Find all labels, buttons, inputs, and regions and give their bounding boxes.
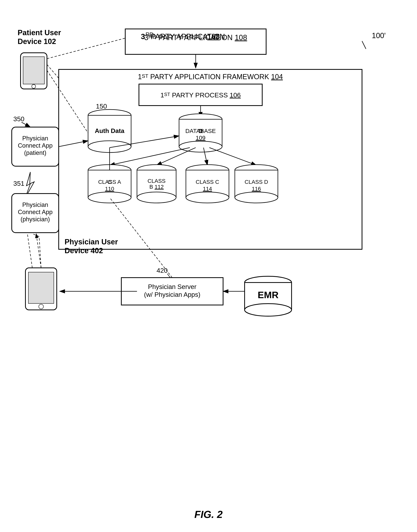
- svg-rect-15: [88, 115, 131, 147]
- svg-text:109: 109: [196, 134, 206, 141]
- svg-text:116: 116: [252, 186, 261, 192]
- svg-text:Physician User: Physician User: [64, 238, 118, 246]
- svg-text:Physician: Physician: [22, 135, 48, 142]
- svg-text:Physician: Physician: [22, 201, 48, 208]
- svg-text:EMR: EMR: [258, 290, 279, 300]
- svg-text:Physician Server: Physician Server: [148, 283, 197, 290]
- svg-line-63: [47, 70, 88, 133]
- svg-point-21: [179, 141, 222, 152]
- figure-label: FIG. 2: [194, 509, 222, 520]
- svg-text:110: 110: [105, 186, 114, 192]
- svg-line-92: [110, 198, 172, 278]
- svg-point-37: [137, 192, 176, 203]
- svg-rect-87: [245, 282, 292, 310]
- svg-text:(physician): (physician): [21, 216, 50, 223]
- svg-point-35: [137, 165, 176, 176]
- svg-point-14: [88, 110, 131, 121]
- svg-point-60: [32, 84, 36, 88]
- svg-text:PARTY APPLICATION: PARTY APPLICATION: [151, 32, 225, 41]
- svg-text:Connect App: Connect App: [18, 142, 53, 149]
- svg-rect-46: [235, 170, 278, 198]
- svg-line-28: [209, 148, 256, 165]
- svg-line-64: [59, 141, 88, 147]
- svg-text:CLASS A: CLASS A: [98, 179, 121, 185]
- svg-text:1ST PARTY PROCESS 106: 1ST PARTY PROCESS 106: [160, 91, 241, 99]
- svg-text:Device 402: Device 402: [64, 247, 103, 255]
- svg-point-16: [88, 141, 131, 152]
- svg-text:3: 3: [141, 32, 145, 41]
- svg-rect-58: [21, 53, 47, 89]
- svg-marker-65: [25, 172, 34, 198]
- svg-point-47: [235, 192, 278, 203]
- svg-text:351: 351: [13, 180, 24, 187]
- svg-line-26: [156, 148, 196, 165]
- svg-text:D: D: [198, 128, 203, 134]
- svg-line-80: [36, 234, 41, 268]
- svg-rect-78: [28, 272, 54, 303]
- svg-text:(patient): (patient): [24, 149, 46, 156]
- svg-line-27: [204, 148, 208, 165]
- svg-line-95: [32, 234, 39, 237]
- svg-text:CLASS: CLASS: [147, 178, 166, 184]
- svg-line-93: [27, 234, 32, 268]
- svg-line-51: [110, 136, 179, 148]
- svg-text:CLASS C: CLASS C: [196, 179, 219, 185]
- svg-text:150: 150: [96, 102, 107, 110]
- svg-rect-77: [25, 268, 57, 310]
- svg-line-25: [110, 148, 190, 165]
- svg-point-86: [245, 276, 292, 289]
- svg-line-85: [167, 274, 170, 278]
- svg-line-74: [362, 41, 366, 49]
- svg-point-31: [88, 192, 131, 203]
- svg-line-94: [39, 237, 41, 268]
- svg-point-79: [39, 304, 43, 309]
- svg-text:100': 100': [372, 31, 386, 40]
- svg-point-88: [245, 304, 292, 316]
- svg-text:B 112: B 112: [149, 184, 164, 190]
- svg-point-19: [179, 114, 222, 125]
- svg-rect-81: [121, 278, 223, 305]
- svg-point-42: [186, 192, 229, 203]
- svg-point-45: [235, 165, 278, 176]
- svg-text:108: 108: [208, 32, 220, 41]
- svg-text:114: 114: [203, 186, 212, 192]
- svg-rect-30: [88, 170, 131, 198]
- svg-line-61: [47, 38, 125, 59]
- svg-text:Device 102: Device 102: [18, 37, 56, 46]
- svg-text:1ST PARTY APPLICATION FRAMEWOR: 1ST PARTY APPLICATION FRAMEWORK 104: [138, 73, 283, 81]
- svg-text:RD: RD: [146, 31, 153, 37]
- svg-point-29: [88, 165, 131, 176]
- svg-point-40: [186, 165, 229, 176]
- svg-text:3RD PARTY APPLICATION 108: 3RD PARTY APPLICATION 108: [144, 33, 247, 42]
- svg-text:CLASS D: CLASS D: [245, 179, 268, 185]
- svg-text:C: C: [108, 179, 112, 185]
- svg-text:Auth Data: Auth Data: [95, 127, 124, 134]
- svg-rect-2: [125, 29, 266, 54]
- svg-rect-11: [139, 84, 262, 106]
- svg-line-57: [21, 122, 30, 127]
- svg-text:Patient User: Patient User: [18, 29, 61, 37]
- svg-text:Connect App: Connect App: [18, 209, 53, 215]
- svg-text:350: 350: [13, 115, 24, 123]
- svg-text:DATABASE: DATABASE: [185, 128, 216, 134]
- svg-rect-36: [137, 170, 176, 198]
- svg-line-62: [47, 65, 59, 78]
- svg-rect-41: [186, 170, 229, 198]
- svg-text:(w/ Physician Apps): (w/ Physician Apps): [144, 291, 200, 298]
- svg-text:420: 420: [156, 267, 168, 274]
- svg-rect-67: [12, 194, 59, 233]
- svg-rect-9: [59, 70, 362, 249]
- svg-rect-59: [23, 57, 44, 84]
- svg-rect-52: [12, 127, 59, 166]
- svg-rect-20: [179, 119, 222, 147]
